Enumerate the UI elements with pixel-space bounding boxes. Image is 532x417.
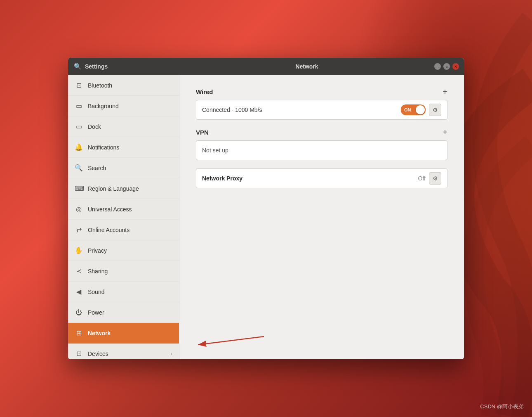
proxy-settings-button[interactable]: ⚙ — [429, 172, 441, 185]
sidebar-label-devices: Devices — [88, 351, 166, 357]
sidebar-label-sound: Sound — [88, 289, 172, 295]
vpn-title: VPN — [196, 129, 209, 136]
vpn-not-setup-label: Not set up — [202, 147, 228, 154]
sidebar-label-background: Background — [88, 103, 172, 109]
toggle-knob — [416, 105, 425, 114]
sidebar-label-online-accounts: Online Accounts — [88, 227, 172, 233]
region-icon: ⌨ — [75, 185, 83, 192]
search-icon: 🔍 — [74, 63, 82, 70]
titlebar-settings-label: Settings — [85, 63, 108, 70]
sidebar-label-notifications: Notifications — [88, 144, 172, 151]
titlebar-title: Network — [179, 63, 434, 70]
sidebar-label-power: Power — [88, 309, 172, 316]
titlebar: 🔍 Settings Network – ○ ✕ — [68, 58, 464, 75]
proxy-row: Network Proxy Off ⚙ — [196, 168, 447, 188]
sidebar: ⊡ Bluetooth ▭ Background ▭ Dock 🔔 Notifi… — [68, 75, 179, 359]
sidebar-item-sharing[interactable]: ≺ Sharing — [68, 261, 179, 282]
sidebar-item-devices[interactable]: ⊡ Devices › — [68, 344, 179, 359]
sidebar-label-dock: Dock — [88, 123, 172, 130]
settings-window: 🔍 Settings Network – ○ ✕ ⊡ Bluetooth ▭ B… — [68, 58, 464, 359]
wired-title: Wired — [196, 88, 213, 95]
main-content: ⊡ Bluetooth ▭ Background ▭ Dock 🔔 Notifi… — [68, 75, 464, 359]
proxy-label: Network Proxy — [202, 175, 418, 182]
wired-toggle-switch[interactable]: ON — [401, 104, 426, 115]
close-button[interactable]: ✕ — [452, 63, 459, 70]
sidebar-label-bluetooth: Bluetooth — [88, 82, 172, 89]
dock-icon: ▭ — [75, 123, 83, 130]
sidebar-item-background[interactable]: ▭ Background — [68, 96, 179, 116]
sound-icon: ◀ — [75, 288, 83, 296]
privacy-icon: ✋ — [75, 246, 83, 254]
bluetooth-icon: ⊡ — [75, 81, 83, 89]
sidebar-label-sharing: Sharing — [88, 268, 172, 275]
wired-add-button[interactable]: + — [443, 88, 447, 96]
devices-arrow-icon: › — [171, 351, 172, 357]
sidebar-item-dock[interactable]: ▭ Dock — [68, 116, 179, 137]
network-icon: ⊞ — [75, 329, 83, 337]
window-controls: – ○ ✕ — [434, 63, 464, 70]
vpn-add-button[interactable]: + — [443, 128, 447, 136]
content-panel: Wired + Connected - 1000 Mb/s ON ⚙ VPN + — [179, 75, 464, 359]
online-accounts-icon: ⇄ — [75, 226, 83, 234]
wired-section-header: Wired + — [196, 88, 447, 96]
sidebar-item-network[interactable]: ⊞ Network — [68, 323, 179, 344]
wired-toggle-container: ON ⚙ — [401, 104, 441, 116]
sidebar-item-search[interactable]: 🔍 Search — [68, 158, 179, 178]
sidebar-label-network: Network — [88, 330, 172, 336]
sidebar-label-privacy: Privacy — [88, 247, 172, 254]
sidebar-item-region-language[interactable]: ⌨ Region & Language — [68, 178, 179, 199]
proxy-status: Off — [418, 175, 426, 182]
maximize-button[interactable]: ○ — [443, 63, 450, 70]
watermark: CSDN @阿小表弟 — [480, 403, 524, 410]
background-icon: ▭ — [75, 102, 83, 110]
wired-connection-row: Connected - 1000 Mb/s ON ⚙ — [196, 100, 447, 120]
sharing-icon: ≺ — [75, 267, 83, 275]
wired-connection-label: Connected - 1000 Mb/s — [202, 107, 401, 113]
power-icon: ⏻ — [75, 309, 83, 316]
titlebar-left: 🔍 Settings — [68, 63, 179, 70]
vpn-box: Not set up — [196, 140, 447, 160]
devices-icon: ⊡ — [75, 350, 83, 358]
search-sidebar-icon: 🔍 — [75, 164, 83, 172]
minimize-button[interactable]: – — [434, 63, 441, 70]
toggle-on-label: ON — [402, 107, 411, 112]
universal-access-icon: ◎ — [75, 205, 83, 213]
sidebar-label-search: Search — [88, 165, 172, 171]
wired-settings-button[interactable]: ⚙ — [429, 104, 441, 116]
sidebar-item-universal-access[interactable]: ◎ Universal Access — [68, 199, 179, 220]
notifications-icon: 🔔 — [75, 143, 83, 151]
sidebar-item-privacy[interactable]: ✋ Privacy — [68, 240, 179, 261]
sidebar-item-sound[interactable]: ◀ Sound — [68, 282, 179, 302]
sidebar-item-online-accounts[interactable]: ⇄ Online Accounts — [68, 220, 179, 240]
sidebar-label-universal-access: Universal Access — [88, 206, 172, 213]
sidebar-label-region: Region & Language — [88, 185, 172, 192]
sidebar-item-power[interactable]: ⏻ Power — [68, 302, 179, 323]
sidebar-item-bluetooth[interactable]: ⊡ Bluetooth — [68, 75, 179, 96]
vpn-section-header: VPN + — [196, 128, 447, 136]
sidebar-item-notifications[interactable]: 🔔 Notifications — [68, 137, 179, 158]
